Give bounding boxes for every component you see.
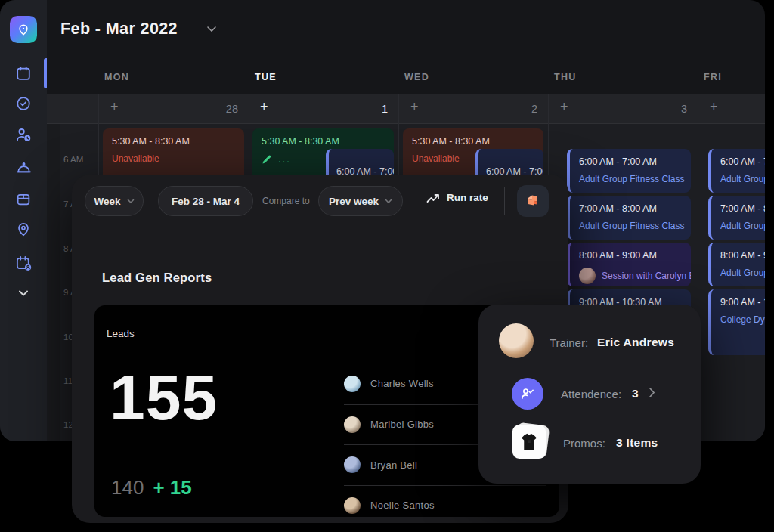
leads-previous-value: 140 <box>111 476 144 500</box>
add-event-button-tue[interactable]: + <box>260 100 268 113</box>
period-selector-value: Week <box>94 196 120 207</box>
add-event-button-thu[interactable]: + <box>560 100 568 113</box>
event-time: 8:00 AM - 9:00 AM <box>579 250 682 261</box>
event-class-fri-7am[interactable]: 7:00 AM - 8:00 AM Adult Group Fitness Cl… <box>708 196 765 240</box>
event-label: ... <box>278 153 291 165</box>
event-label: Unavailable <box>112 153 235 164</box>
compare-selector-value: Prev week <box>329 196 379 207</box>
sidebar-item-products[interactable] <box>14 190 33 208</box>
event-time: 8:00 AM - 9:00 AM <box>720 250 765 261</box>
divider <box>504 187 505 215</box>
person-name: Maribel Gibbs <box>370 419 434 430</box>
event-class-thu-6am[interactable]: 6:00 AM - 7:00 AM Adult Group Fitness Cl… <box>567 149 691 193</box>
event-label: College Dyna <box>720 314 765 325</box>
day-number-mon: 28 <box>223 103 238 115</box>
day-number-wed: 2 <box>522 103 537 115</box>
grid-line <box>60 94 60 441</box>
event-time: 9:00 AM - 10:30 AM <box>720 297 765 308</box>
attendance-icon-circle <box>512 378 543 410</box>
event-session-thu-8am[interactable]: 8:00 AM - 9:00 AM Session with Carolyn B… <box>567 243 691 286</box>
sidebar-item-services[interactable] <box>14 159 33 177</box>
avatar <box>579 268 596 284</box>
session-detail-card: Trainer: Eric Andrews Attendence: 3 Prom… <box>478 305 701 484</box>
location-pin-icon <box>15 221 32 237</box>
service-bell-icon <box>15 159 33 177</box>
calendar-user-icon <box>15 255 33 272</box>
integration-button[interactable] <box>517 185 549 217</box>
person-name: Noelle Santos <box>370 500 435 511</box>
event-time: 5:30 AM - 8:30 AM <box>262 136 385 147</box>
compare-selector[interactable]: Prev week <box>318 186 403 216</box>
event-label: Adult Group Fitness Class <box>720 174 765 184</box>
day-number-tue: 1 <box>373 103 388 115</box>
weekday-tue: TUE <box>255 72 277 82</box>
compare-to-label: Compare to <box>262 196 310 206</box>
time-label: 6 AM <box>63 155 83 164</box>
active-nav-indicator <box>44 58 47 88</box>
sidebar-item-appointments[interactable] <box>14 254 33 272</box>
avatar <box>344 456 361 473</box>
sidebar-item-calendar[interactable] <box>14 64 33 82</box>
user-check-icon <box>520 386 535 401</box>
avatar <box>344 376 361 392</box>
event-time: 7:00 AM - 8:00 AM <box>579 203 682 214</box>
sidebar-item-staff-schedule[interactable] <box>14 125 33 144</box>
event-label: Session with Carolyn Bow <box>602 271 691 281</box>
event-time: 7:00 AM - 8:00 AM <box>720 203 765 214</box>
chevron-down-icon <box>206 25 218 34</box>
event-label: Adult Group Fitness Class <box>579 174 682 184</box>
app-logo <box>10 16 37 43</box>
person-name: Charles Wells <box>370 378 434 389</box>
event-class-fri-8am[interactable]: 8:00 AM - 9:00 AM Adult Group Fitness Cl… <box>708 243 765 286</box>
add-event-button-mon[interactable]: + <box>110 100 119 113</box>
event-class-fri-9am[interactable]: 9:00 AM - 10:30 AM College Dyna <box>708 289 765 355</box>
trainer-label: Trainer: <box>550 336 588 349</box>
time-gutter <box>47 124 60 441</box>
title-dropdown-button[interactable] <box>206 25 218 34</box>
location-pin-icon <box>17 23 30 36</box>
package-icon <box>15 190 32 207</box>
calendar-icon <box>15 65 32 82</box>
attendance-value: 3 <box>632 387 639 401</box>
leads-delta-value: + 15 <box>153 476 191 500</box>
panel-title: Lead Gen Reports <box>102 271 212 285</box>
pencil-icon[interactable] <box>262 154 272 165</box>
run-rate-toggle[interactable]: Run rate <box>426 192 488 203</box>
chevron-down-icon <box>127 199 135 204</box>
event-time: 5:30 AM - 8:30 AM <box>112 136 235 147</box>
trainer-avatar <box>499 323 534 358</box>
day-number-thu: 3 <box>672 103 687 115</box>
page-title: Feb - Mar 2022 <box>60 20 178 39</box>
date-range-value: Feb 28 - Mar 4 <box>172 196 240 207</box>
list-item[interactable]: Noelle Santos <box>344 485 546 526</box>
promos-value: 3 Items <box>616 436 658 450</box>
event-time: 5:30 AM - 8:30 AM <box>412 136 534 147</box>
check-circle-icon <box>15 95 32 112</box>
date-range-selector[interactable]: Feb 28 - Mar 4 <box>158 186 253 216</box>
event-label: Adult Group Fitness Class <box>579 221 682 231</box>
leads-label: Leads <box>107 328 135 339</box>
event-class-fri-6am[interactable]: 6:00 AM - 7:00 AM Adult Group Fitness Cl… <box>708 149 765 193</box>
sidebar <box>0 0 47 441</box>
chevron-right-icon[interactable] <box>649 387 655 398</box>
add-event-button-wed[interactable]: + <box>410 100 419 113</box>
leads-value: 155 <box>110 366 218 429</box>
sidebar-item-more[interactable] <box>14 284 33 302</box>
tshirt-image <box>512 425 546 459</box>
trending-up-icon <box>426 193 440 203</box>
weekday-thu: THU <box>554 72 577 82</box>
orange-widget-icon <box>525 193 540 209</box>
promos-label: Promos: <box>563 437 605 450</box>
sidebar-item-locations[interactable] <box>14 220 33 238</box>
event-class-thu-7am[interactable]: 7:00 AM - 8:00 AM Adult Group Fitness Cl… <box>567 196 691 240</box>
event-time: 6:00 AM - 7:00 AM <box>720 156 765 167</box>
promo-thumbnail[interactable] <box>512 423 548 459</box>
event-label: Adult Group Fitness Class <box>720 221 765 231</box>
weekday-mon: MON <box>104 72 129 82</box>
sidebar-item-tasks[interactable] <box>14 94 33 113</box>
user-clock-icon <box>15 126 33 144</box>
period-selector[interactable]: Week <box>85 186 144 216</box>
run-rate-label: Run rate <box>447 192 488 203</box>
chevron-down-icon <box>17 289 30 298</box>
add-event-button-fri[interactable]: + <box>710 100 718 113</box>
